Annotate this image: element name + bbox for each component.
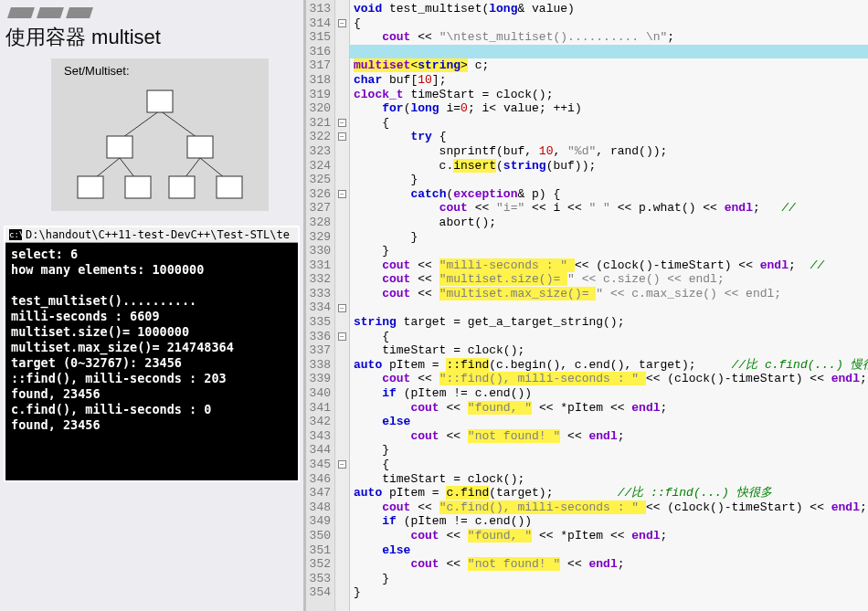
tree-diagram-card: Set/Multiset: xyxy=(51,58,269,211)
code-line[interactable]: void test_multiset(long& value) xyxy=(354,2,868,16)
code-line[interactable]: } xyxy=(354,244,868,258)
svg-line-1 xyxy=(160,111,200,140)
code-line[interactable]: { xyxy=(354,16,868,31)
code-line[interactable]: } xyxy=(354,173,868,187)
code-line[interactable]: else xyxy=(354,415,868,429)
code-line[interactable]: string target = get_a_target_string(); xyxy=(354,315,868,330)
stripe xyxy=(37,7,64,18)
slide-and-terminal-column: 使用容器 multiset Set/Multiset: xyxy=(0,0,303,611)
fold-toggle-icon[interactable]: − xyxy=(338,19,346,27)
svg-rect-9 xyxy=(78,176,103,198)
cmd-icon: c:\ xyxy=(9,229,22,240)
code-line[interactable]: cout << "found, " << *pItem << endl; xyxy=(354,401,868,416)
fold-toggle-icon[interactable]: − xyxy=(338,190,346,198)
stripe xyxy=(66,7,93,18)
code-line[interactable]: } xyxy=(354,443,868,458)
line-number-gutter: 3133143153163173183193203213223233243253… xyxy=(306,0,335,611)
code-line[interactable]: clock_t timeStart = clock(); xyxy=(354,88,868,102)
code-line[interactable]: auto pItem = c.find(target); //比 ::find(… xyxy=(354,486,868,500)
code-line[interactable]: snprintf(buf, 10, "%d", rand()); xyxy=(354,144,868,159)
fold-column[interactable]: −−−−−−−− xyxy=(335,0,350,611)
svg-rect-10 xyxy=(125,176,151,198)
code-line[interactable]: cout << "not found! " << endl; xyxy=(354,557,868,572)
code-line[interactable] xyxy=(354,300,868,315)
console-output[interactable]: select: 6 how many elements: 1000000 tes… xyxy=(5,243,298,480)
code-line[interactable]: cout << "milli-seconds : " << (clock()-t… xyxy=(354,258,868,273)
code-line[interactable]: cout << "multiset.size()= " << c.size() … xyxy=(354,272,868,287)
code-line[interactable]: { xyxy=(354,116,868,131)
diagram-label: Set/Multiset: xyxy=(64,64,130,78)
code-line[interactable]: multiset<string> c; xyxy=(354,58,868,73)
code-line[interactable]: else xyxy=(354,543,868,558)
code-line[interactable]: if (pItem != c.end()) xyxy=(354,386,868,401)
code-line[interactable]: cout << "found, " << *pItem << endl; xyxy=(354,529,868,543)
fold-toggle-icon[interactable]: − xyxy=(338,304,346,312)
code-line[interactable]: cout << "c.find(), milli-seconds : " << … xyxy=(354,500,868,515)
svg-rect-7 xyxy=(107,136,132,158)
code-line[interactable]: try { xyxy=(354,130,868,144)
code-editor[interactable]: 3133143153163173183193203213223233243253… xyxy=(303,0,868,611)
code-line[interactable]: timeStart = clock(); xyxy=(354,343,868,358)
console-title-text: D:\handout\C++11-test-DevC++\Test-STL\te xyxy=(26,228,290,241)
code-line[interactable]: } xyxy=(354,585,868,600)
code-line[interactable]: cout << "not found! " << endl; xyxy=(354,429,868,444)
code-line[interactable]: } xyxy=(354,572,868,586)
code-line[interactable]: catch(exception& p) { xyxy=(354,187,868,202)
code-line[interactable]: cout << "::find(), milli-seconds : " << … xyxy=(354,372,868,386)
code-line[interactable]: auto pItem = ::find(c.begin(), c.end(), … xyxy=(354,358,868,373)
fold-toggle-icon[interactable]: − xyxy=(338,119,346,127)
code-line[interactable]: cout << "i=" << i << " " << p.what() << … xyxy=(354,201,868,216)
fold-toggle-icon[interactable]: − xyxy=(338,132,346,141)
code-line[interactable]: abort(); xyxy=(354,216,868,230)
fold-toggle-icon[interactable]: − xyxy=(338,332,346,341)
svg-rect-12 xyxy=(217,176,242,198)
fold-toggle-icon[interactable]: − xyxy=(338,460,346,469)
svg-rect-6 xyxy=(147,90,173,112)
code-line[interactable]: for(long i=0; i< value; ++i) xyxy=(354,101,868,116)
code-line[interactable] xyxy=(354,45,868,59)
code-line[interactable]: char buf[10]; xyxy=(354,73,868,88)
code-line[interactable]: c.insert(string(buf)); xyxy=(354,159,868,174)
stripe xyxy=(7,7,35,18)
slide-title: 使用容器 multiset xyxy=(5,24,294,51)
slide-decor-stripes xyxy=(5,7,294,18)
code-line[interactable]: timeStart = clock(); xyxy=(354,472,868,487)
svg-rect-8 xyxy=(187,136,213,158)
code-line[interactable]: { xyxy=(354,458,868,472)
svg-line-0 xyxy=(120,111,160,140)
svg-rect-11 xyxy=(169,176,195,198)
tree-diagram-icon xyxy=(69,83,251,202)
code-line[interactable]: } xyxy=(354,230,868,245)
code-line[interactable]: cout << "\ntest_multiset().......... \n"… xyxy=(354,30,868,45)
console-title-bar[interactable]: c:\ D:\handout\C++11-test-DevC++\Test-ST… xyxy=(5,227,298,243)
code-line[interactable]: cout << "multiset.max_size()= " << c.max… xyxy=(354,287,868,301)
slide-area: 使用容器 multiset Set/Multiset: xyxy=(0,0,303,226)
code-area[interactable]: void test_multiset(long& value){ cout <<… xyxy=(350,0,868,611)
code-line[interactable]: if (pItem != c.end()) xyxy=(354,514,868,529)
console-window[interactable]: c:\ D:\handout\C++11-test-DevC++\Test-ST… xyxy=(4,226,300,482)
code-line[interactable]: { xyxy=(354,330,868,344)
